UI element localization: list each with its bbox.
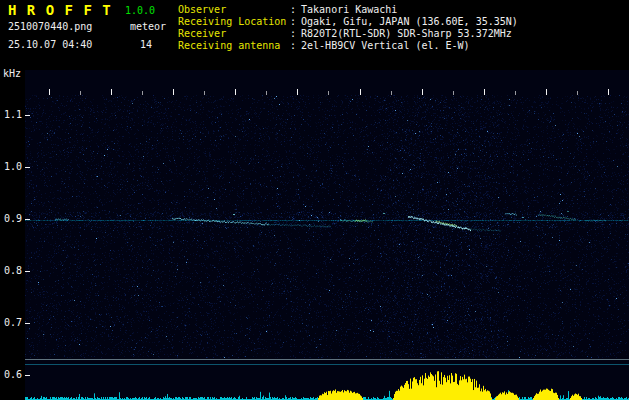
- info-row-observer: Observer:Takanori Kawachi: [178, 4, 518, 16]
- info-colon: :: [290, 28, 296, 39]
- info-colon: :: [290, 4, 296, 15]
- info-row-location: Receiving Location:Ogaki, Gifu, JAPAN (1…: [178, 16, 518, 28]
- info-colon: :: [290, 16, 296, 27]
- output-filename: 2510070440.png: [8, 21, 92, 32]
- info-value: Ogaki, Gifu, JAPAN (136.60E, 35.35N): [301, 16, 518, 27]
- y-tick-label: 0.6: [0, 369, 22, 380]
- info-label: Receiving antenna: [178, 40, 290, 52]
- info-value: 2el-HB9CV Vertical (el. E-W): [301, 40, 470, 51]
- y-tick-label: 0.9: [0, 213, 22, 224]
- info-row-antenna: Receiving antenna:2el-HB9CV Vertical (el…: [178, 40, 518, 52]
- y-tick-label: 1.0: [0, 161, 22, 172]
- info-label: Receiving Location: [178, 16, 290, 28]
- info-colon: :: [290, 40, 296, 51]
- info-label: Receiver: [178, 28, 290, 40]
- y-tick-label: 0.7: [0, 317, 22, 328]
- app-title: H R O F F T: [8, 2, 112, 18]
- meteor-count: 14: [140, 39, 152, 50]
- hrofft-window: H R O F F T 1.0.0 2510070440.png meteor …: [0, 0, 629, 400]
- timestamp: 25.10.07 04:40: [8, 39, 92, 50]
- spectrogram-canvas: [25, 70, 629, 400]
- app-version: 1.0.0: [125, 5, 155, 16]
- y-tick-label: 0.8: [0, 265, 22, 276]
- info-label: Observer: [178, 4, 290, 16]
- info-row-receiver: Receiver:R820T2(RTL-SDR) SDR-Sharp 53.37…: [178, 28, 518, 40]
- info-value: R820T2(RTL-SDR) SDR-Sharp 53.372MHz: [301, 28, 512, 39]
- y-axis-unit: kHz: [3, 68, 21, 79]
- y-tick-label: 1.1: [0, 109, 22, 120]
- mode-label: meteor: [130, 21, 166, 32]
- info-value: Takanori Kawachi: [301, 4, 397, 15]
- station-info: Observer:Takanori Kawachi Receiving Loca…: [178, 4, 518, 52]
